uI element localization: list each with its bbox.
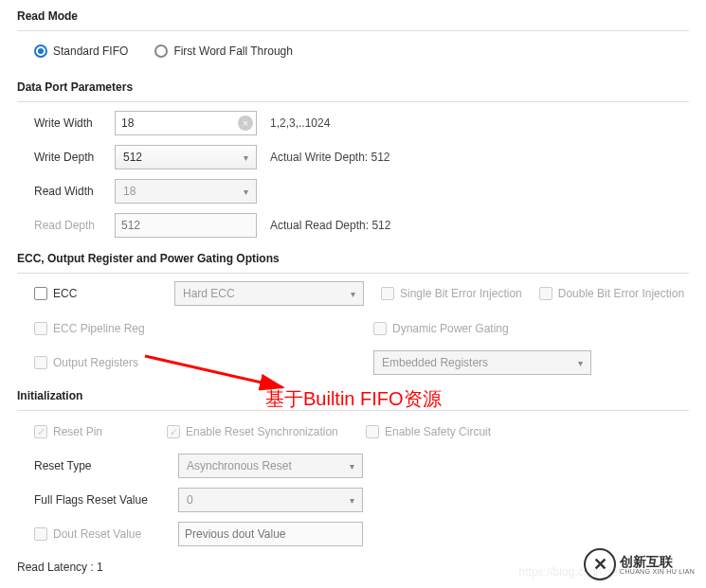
checkbox-icon bbox=[539, 287, 552, 300]
reset-pin-checkbox: ✓ Reset Pin bbox=[34, 425, 157, 438]
chevron-down-icon: ▾ bbox=[350, 495, 354, 506]
read-depth-hint: Actual Read Depth: 512 bbox=[270, 219, 390, 232]
checkbox-icon bbox=[381, 287, 394, 300]
write-width-input[interactable] bbox=[115, 111, 257, 135]
read-mode-title: Read Mode bbox=[17, 9, 689, 25]
output-registers-select: Embedded Registers ▾ bbox=[373, 350, 591, 375]
dbit-label: Double Bit Error Injection bbox=[558, 287, 684, 300]
full-flags-value: 0 bbox=[187, 493, 193, 507]
radio-label: First Word Fall Through bbox=[173, 45, 293, 58]
safety-label: Enable Safety Circuit bbox=[385, 425, 491, 438]
brand-logo: ✕ 创新互联 CHUANG XIN HU LIAN bbox=[584, 548, 695, 580]
chevron-down-icon: ▾ bbox=[244, 187, 248, 197]
logo-text-en: CHUANG XIN HU LIAN bbox=[620, 568, 695, 575]
checkbox-icon bbox=[34, 527, 47, 541]
checkbox-icon bbox=[34, 356, 47, 369]
radio-standard-fifo[interactable]: Standard FIFO bbox=[34, 45, 128, 58]
read-width-select: 18 ▾ bbox=[115, 179, 257, 204]
full-flags-label: Full Flags Reset Value bbox=[34, 493, 169, 507]
output-registers-value: Embedded Registers bbox=[382, 356, 488, 369]
ecc-type-select: Hard ECC ▾ bbox=[174, 281, 364, 306]
output-registers-label: Output Registers bbox=[53, 356, 138, 369]
reset-type-value: Asynchronous Reset bbox=[187, 459, 292, 472]
read-width-value: 18 bbox=[123, 185, 136, 198]
sbit-label: Single Bit Error Injection bbox=[400, 287, 522, 300]
write-depth-hint: Actual Write Depth: 512 bbox=[270, 151, 390, 164]
dout-reset-label: Dout Reset Value bbox=[53, 527, 141, 541]
reset-type-label: Reset Type bbox=[34, 459, 169, 472]
ecc-type-value: Hard ECC bbox=[183, 287, 235, 300]
logo-text-cn: 创新互联 bbox=[620, 555, 695, 568]
chevron-down-icon: ▾ bbox=[578, 358, 583, 368]
output-registers-checkbox: Output Registers bbox=[34, 356, 364, 369]
dout-reset-input bbox=[178, 522, 363, 546]
write-depth-value: 512 bbox=[123, 151, 142, 164]
reset-pin-label: Reset Pin bbox=[53, 425, 102, 438]
write-width-label: Write Width bbox=[34, 116, 105, 130]
write-width-hint: 1,2,3,..1024 bbox=[270, 116, 330, 130]
dpp-title: Data Port Parameters bbox=[17, 80, 689, 96]
write-depth-label: Write Depth bbox=[34, 151, 105, 164]
safety-checkbox: Enable Safety Circuit bbox=[366, 425, 491, 438]
enable-sync-checkbox: ✓ Enable Reset Synchronization bbox=[167, 425, 356, 438]
checkbox-icon bbox=[34, 322, 47, 335]
dout-reset-checkbox: Dout Reset Value bbox=[34, 527, 169, 541]
checkbox-icon: ✓ bbox=[167, 425, 180, 438]
radio-label: Standard FIFO bbox=[53, 45, 128, 58]
pipeline-label: ECC Pipeline Reg bbox=[53, 322, 145, 335]
checkbox-icon: ✓ bbox=[34, 425, 47, 438]
dbit-checkbox: Double Bit Error Injection bbox=[539, 287, 684, 300]
ecc-checkbox-item[interactable]: ECC bbox=[34, 287, 157, 300]
reset-type-select: Asynchronous Reset ▾ bbox=[178, 454, 363, 478]
read-width-label: Read Width bbox=[34, 185, 105, 198]
checkbox-icon bbox=[373, 322, 387, 335]
pipeline-checkbox: ECC Pipeline Reg bbox=[34, 322, 364, 335]
enable-sync-label: Enable Reset Synchronization bbox=[186, 425, 338, 438]
full-flags-select: 0 ▾ bbox=[178, 488, 363, 512]
dpg-checkbox: Dynamic Power Gating bbox=[373, 322, 509, 335]
read-depth-label: Read Depth bbox=[34, 219, 105, 232]
sbit-checkbox: Single Bit Error Injection bbox=[381, 287, 522, 300]
ecc-title: ECC, Output Register and Power Gating Op… bbox=[17, 252, 689, 267]
chevron-down-icon: ▾ bbox=[351, 289, 355, 299]
dpg-label: Dynamic Power Gating bbox=[392, 322, 509, 335]
read-depth-input bbox=[115, 213, 257, 238]
radio-selected-icon bbox=[34, 45, 47, 58]
logo-icon: ✕ bbox=[584, 548, 616, 580]
radio-unselected-icon bbox=[154, 45, 168, 58]
chevron-down-icon: ▾ bbox=[350, 461, 354, 472]
write-depth-select[interactable]: 512 ▾ bbox=[115, 145, 257, 169]
checkbox-icon bbox=[34, 287, 47, 300]
ecc-label: ECC bbox=[53, 287, 77, 300]
init-title: Initialization bbox=[17, 389, 689, 404]
checkbox-icon bbox=[366, 425, 379, 438]
chevron-down-icon: ▾ bbox=[244, 152, 248, 163]
radio-fwft[interactable]: First Word Fall Through bbox=[154, 45, 293, 58]
clear-icon[interactable]: × bbox=[238, 116, 253, 131]
